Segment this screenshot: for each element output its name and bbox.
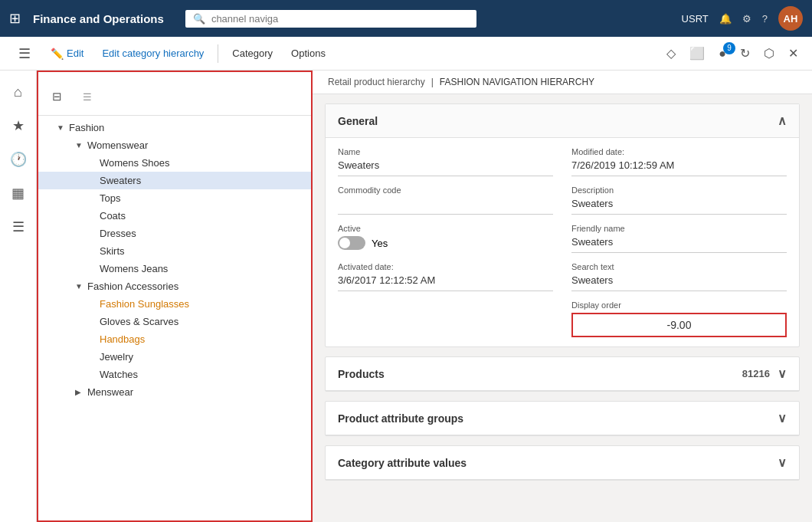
refresh-icon[interactable]: ↻ xyxy=(735,43,755,64)
tree-item-skirts[interactable]: Skirts xyxy=(38,242,311,260)
description-value[interactable]: Sweaters xyxy=(571,198,787,215)
display-order-value[interactable]: -9.00 xyxy=(571,313,787,337)
display-order-label: Display order xyxy=(571,300,787,310)
category-attribute-values-header[interactable]: Category attribute values ∨ xyxy=(326,446,799,480)
tree-label-womens-jeans: Womens Jeans xyxy=(100,263,168,274)
grid-small-icon[interactable]: ▦ xyxy=(3,178,34,208)
list-icon[interactable]: ☰ xyxy=(3,212,34,242)
products-expand-icon: ∨ xyxy=(778,366,787,381)
hamburger-icon[interactable]: ☰ xyxy=(9,38,40,69)
field-active: Active Yes xyxy=(338,224,553,253)
tree-label-jewelry: Jewelry xyxy=(100,351,133,363)
commodity-code-value[interactable] xyxy=(338,198,553,215)
tree-item-jewelry[interactable]: Jewelry xyxy=(38,348,311,366)
friendly-name-label: Friendly name xyxy=(571,224,787,233)
tree-label-dresses: Dresses xyxy=(100,228,136,239)
tree-item-watches[interactable]: Watches xyxy=(38,366,311,383)
field-grid: Name Sweaters Modified date: 7/26/2019 1… xyxy=(338,147,787,337)
settings-icon[interactable]: ⚙ xyxy=(742,13,751,25)
options-button[interactable]: Options xyxy=(283,44,333,62)
top-navbar: ⊞ Finance and Operations 🔍 USRT 🔔 ⚙ ? AH xyxy=(0,0,812,37)
tree-label-fashion-sunglasses: Fashion Sunglasses xyxy=(100,298,189,310)
field-description: Description Sweaters xyxy=(571,185,787,215)
close-icon[interactable]: ✕ xyxy=(784,43,803,64)
active-label: Active xyxy=(338,224,553,233)
tree-item-fashion-accessories[interactable]: ▼ Fashion Accessories xyxy=(38,277,311,295)
tree-item-fashion-sunglasses[interactable]: Fashion Sunglasses xyxy=(38,295,311,313)
grid-icon[interactable]: ⊞ xyxy=(9,10,21,27)
avatar[interactable]: AH xyxy=(778,6,803,31)
tree-drag-icon: ☰ xyxy=(72,81,103,112)
tree-item-fashion[interactable]: ▼ Fashion xyxy=(38,119,311,136)
tree-item-menswear[interactable]: ▶ Menswear xyxy=(38,383,311,401)
tree-filter-row: ⊟ ☰ xyxy=(38,78,311,116)
products-section: Products 81216 ∨ xyxy=(325,356,800,392)
product-attribute-groups-header[interactable]: Product attribute groups ∨ xyxy=(326,402,799,435)
modified-date-value: 7/26/2019 10:12:59 AM xyxy=(571,159,787,176)
general-section-header[interactable]: General ∧ xyxy=(326,104,799,138)
main-layout: ⌂ ★ 🕐 ▦ ☰ ⊟ ☰ ▼ Fashion ▼ Womenswear Wom… xyxy=(0,71,812,522)
filter-icon[interactable]: ⊟ xyxy=(41,81,72,112)
search-input[interactable] xyxy=(211,13,469,25)
category-attribute-values-title: Category attribute values xyxy=(338,457,467,469)
field-commodity-code: Commodity code xyxy=(338,185,553,215)
star-icon[interactable]: ★ xyxy=(3,110,34,141)
products-count: 81216 xyxy=(742,368,770,379)
tree-item-womens-jeans[interactable]: Womens Jeans xyxy=(38,260,311,277)
tree-arrow-menswear: ▶ xyxy=(75,388,84,396)
category-attribute-values-section: Category attribute values ∨ xyxy=(325,445,800,481)
name-label: Name xyxy=(338,147,553,156)
product-attribute-groups-section: Product attribute groups ∨ xyxy=(325,401,800,436)
tree-label-tops: Tops xyxy=(100,192,120,204)
general-section: General ∧ Name Sweaters Modified date: 7… xyxy=(325,103,800,347)
breadcrumb-separator: | xyxy=(431,77,434,87)
description-label: Description xyxy=(571,185,787,195)
edit-hierarchy-button[interactable]: Edit category hierarchy xyxy=(94,44,211,62)
friendly-name-value[interactable]: Sweaters xyxy=(571,236,787,253)
tree-item-handbags[interactable]: Handbags xyxy=(38,330,311,348)
active-toggle[interactable] xyxy=(338,236,365,250)
tree-panel: ⊟ ☰ ▼ Fashion ▼ Womenswear Womens Shoes … xyxy=(37,71,313,522)
name-value[interactable]: Sweaters xyxy=(338,159,553,176)
edit-button[interactable]: ✏️ Edit xyxy=(43,44,91,63)
app-title: Finance and Operations xyxy=(33,12,164,25)
toolbar-square-icon[interactable]: ⬜ xyxy=(685,43,709,64)
help-icon[interactable]: ? xyxy=(762,13,768,25)
toolbar-diamond-icon[interactable]: ◇ xyxy=(662,43,680,64)
products-section-header[interactable]: Products 81216 ∨ xyxy=(326,357,799,391)
product-attribute-groups-expand-icon: ∨ xyxy=(778,411,787,425)
tree-item-womens-shoes[interactable]: Womens Shoes xyxy=(38,154,311,172)
bell-icon[interactable]: 🔔 xyxy=(719,13,732,25)
tree-item-tops[interactable]: Tops xyxy=(38,189,311,207)
tree-arrow-fashion-accessories: ▼ xyxy=(75,282,84,291)
search-bar[interactable]: 🔍 xyxy=(185,10,476,28)
toolbar: ☰ ✏️ Edit Edit category hierarchy Catego… xyxy=(0,37,812,71)
edit-hierarchy-label: Edit category hierarchy xyxy=(102,48,204,59)
toolbar-actions: ◇ ⬜ ● 9 ↻ ⬡ ✕ xyxy=(662,43,803,64)
modified-date-label: Modified date: xyxy=(571,147,787,156)
activated-date-value: 3/6/2017 12:12:52 AM xyxy=(338,274,553,291)
tree-item-sweaters[interactable]: Sweaters xyxy=(38,172,311,189)
category-attribute-values-expand-icon: ∨ xyxy=(778,455,787,470)
tree-item-coats[interactable]: Coats xyxy=(38,207,311,225)
popout-icon[interactable]: ⬡ xyxy=(759,43,779,64)
clock-icon[interactable]: 🕐 xyxy=(3,144,34,175)
field-friendly-name: Friendly name Sweaters xyxy=(571,224,787,253)
general-section-body: Name Sweaters Modified date: 7/26/2019 1… xyxy=(326,138,799,346)
search-text-value[interactable]: Sweaters xyxy=(571,274,787,291)
breadcrumb-part1: Retail product hierarchy xyxy=(328,77,425,87)
active-text: Yes xyxy=(372,238,388,249)
toggle-knob xyxy=(339,238,350,248)
tree-item-dresses[interactable]: Dresses xyxy=(38,225,311,242)
edit-label: Edit xyxy=(67,48,83,59)
home-icon[interactable]: ⌂ xyxy=(3,77,34,107)
nav-actions: USRT 🔔 ⚙ ? AH xyxy=(682,6,803,31)
tree-item-gloves-scarves[interactable]: Gloves & Scarves xyxy=(38,313,311,330)
field-display-order: Display order -9.00 xyxy=(571,300,787,337)
tree-item-womenswear[interactable]: ▼ Womenswear xyxy=(38,136,311,154)
product-attribute-groups-title: Product attribute groups xyxy=(338,412,463,425)
tree-label-skirts: Skirts xyxy=(100,245,125,257)
category-button[interactable]: Category xyxy=(224,44,280,62)
breadcrumb: Retail product hierarchy | FASHION NAVIG… xyxy=(313,71,812,94)
breadcrumb-current: FASHION NAVIGATION HIERARCHY xyxy=(440,77,594,87)
